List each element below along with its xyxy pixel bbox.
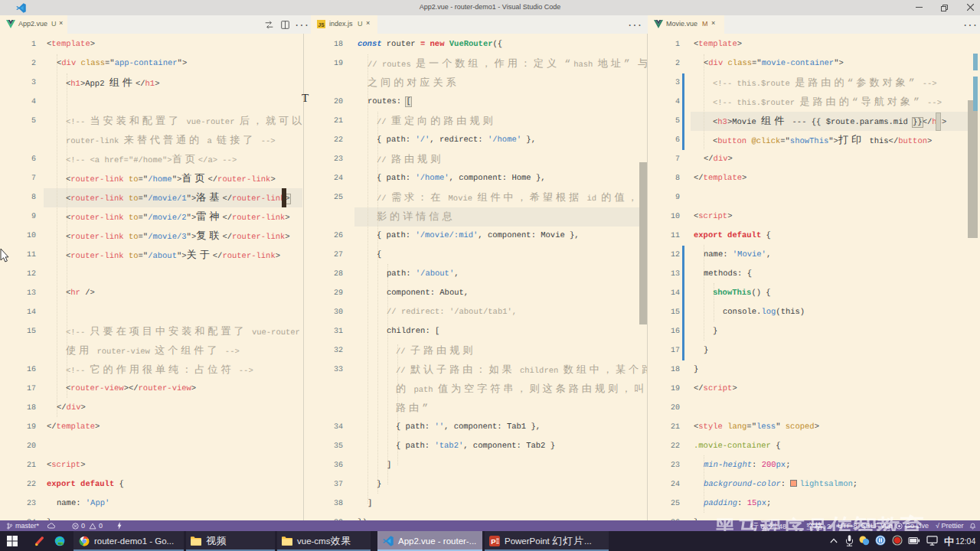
svg-text:REV: REV — [58, 543, 64, 546]
svg-text:P: P — [491, 537, 496, 546]
